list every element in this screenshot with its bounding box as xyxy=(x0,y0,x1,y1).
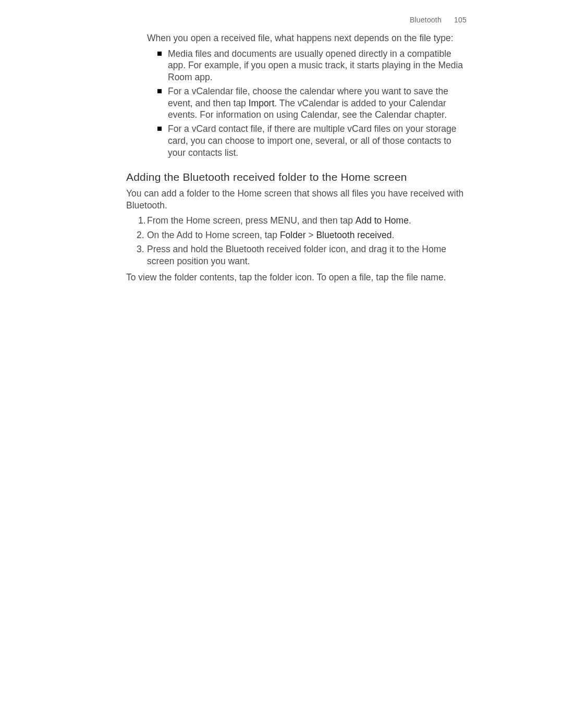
list-item: For a vCard contact file, if there are m… xyxy=(157,123,467,158)
import-label: Import xyxy=(249,98,275,108)
step-item: From the Home screen, press MENU, and th… xyxy=(141,215,467,227)
add-to-home-label: Add to Home xyxy=(356,215,409,226)
steps-list: From the Home screen, press MENU, and th… xyxy=(126,215,467,267)
step-text-pre: From the Home screen, press MENU, and th… xyxy=(147,215,356,226)
header-page-number: 105 xyxy=(454,16,467,24)
file-type-list: Media files and documents are usually op… xyxy=(126,48,467,159)
intro-paragraph: When you open a received file, what happ… xyxy=(126,32,467,45)
step-text-pre: On the Add to Home screen, tap xyxy=(147,230,280,240)
header-section-name: Bluetooth xyxy=(410,16,442,24)
closing-paragraph: To view the folder contents, tap the fol… xyxy=(126,272,467,283)
section-heading: Adding the Bluetooth received folder to … xyxy=(126,171,467,183)
step-item: On the Add to Home screen, tap Folder > … xyxy=(141,229,467,241)
list-item-text: Media files and documents are usually op… xyxy=(168,48,463,83)
list-item: Media files and documents are usually op… xyxy=(157,48,467,83)
list-item-text: For a vCard contact file, if there are m… xyxy=(168,124,456,158)
list-item: For a vCalendar file, choose the calenda… xyxy=(157,85,467,121)
page-header: Bluetooth 105 xyxy=(126,16,467,24)
folder-label: Folder xyxy=(280,230,306,240)
step-text-mid: > xyxy=(305,230,316,240)
bluetooth-received-label: Bluetooth received xyxy=(316,230,391,240)
heading-intro-paragraph: You can add a folder to the Home screen … xyxy=(126,188,467,212)
step-text-post: . xyxy=(391,230,394,240)
step-text-post: . xyxy=(409,215,411,226)
step-text: Press and hold the Bluetooth received fo… xyxy=(147,244,446,266)
step-item: Press and hold the Bluetooth received fo… xyxy=(141,243,467,267)
